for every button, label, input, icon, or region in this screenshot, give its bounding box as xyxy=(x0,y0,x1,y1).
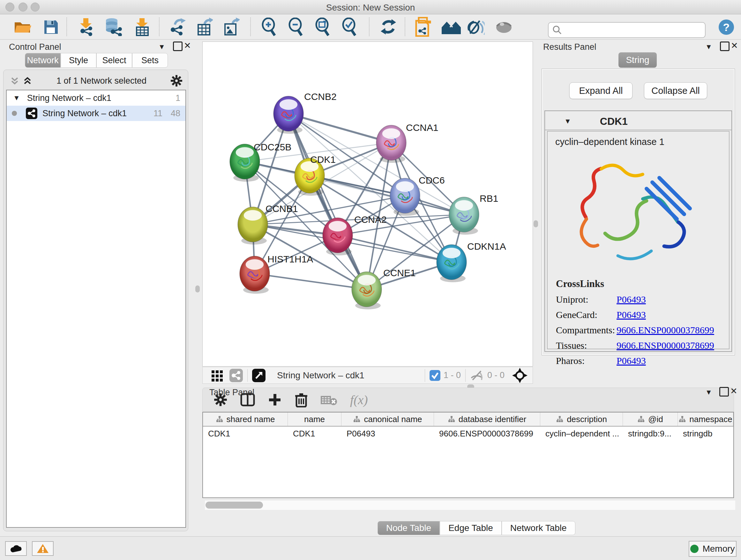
zoom-selected-icon[interactable] xyxy=(340,17,359,37)
collapse-all-button[interactable]: Collapse All xyxy=(644,82,707,99)
table-panel-title: Table Panel xyxy=(209,388,254,397)
eye-icon[interactable] xyxy=(494,17,514,37)
zoom-out-icon[interactable] xyxy=(286,17,306,37)
delete-column-icon[interactable] xyxy=(294,392,308,408)
tab-network[interactable]: Network xyxy=(25,53,61,68)
help-icon[interactable]: ? xyxy=(719,19,734,35)
table-cell[interactable]: CDK1 xyxy=(288,427,341,441)
network-view-toolbar: String Network – cdk1 1 - 0 0 - 0 xyxy=(202,367,533,384)
refresh-icon[interactable] xyxy=(379,17,398,37)
table-cell[interactable]: P06493 xyxy=(341,427,434,441)
column-header-name[interactable]: name xyxy=(288,413,341,426)
tab-sets[interactable]: Sets xyxy=(132,53,168,68)
expand-all-icon[interactable] xyxy=(22,75,33,86)
grid-view-icon[interactable] xyxy=(211,369,224,382)
tab-select[interactable]: Select xyxy=(96,53,132,68)
network-collection-row[interactable]: ▼ String Network – cdk1 1 xyxy=(7,90,185,106)
warning-button[interactable] xyxy=(32,541,54,556)
panel-maximize-icon[interactable] xyxy=(719,387,729,396)
crosslink-label: GeneCard: xyxy=(556,309,616,320)
gene-section-header[interactable]: ▼ CDK1 xyxy=(545,113,731,130)
export-image-icon[interactable] xyxy=(221,17,241,37)
import-table-icon[interactable] xyxy=(132,17,152,37)
table-cell[interactable]: cyclin–dependent ... xyxy=(540,427,623,441)
clone-network-icon[interactable] xyxy=(413,17,433,37)
edge-HIST1H1A-CCNE1[interactable] xyxy=(255,273,367,289)
gene-collapse-icon[interactable]: ▼ xyxy=(564,117,571,125)
table-cell[interactable]: 9606.ENSP00000378699 xyxy=(434,427,540,441)
node-label-CDC25B: CDC25B xyxy=(254,142,291,152)
panel-close-icon[interactable]: ✕ xyxy=(184,42,191,50)
zoom-in-icon[interactable] xyxy=(259,17,279,37)
tab-style[interactable]: Style xyxy=(61,53,96,68)
show-glasses-icon[interactable] xyxy=(466,17,486,37)
memory-button[interactable]: Memory xyxy=(689,541,737,557)
home-icon[interactable] xyxy=(441,17,461,37)
edge-CCNA2-CDKN1A[interactable] xyxy=(338,235,452,262)
gear-icon[interactable] xyxy=(170,74,183,87)
column-header-description[interactable]: description xyxy=(540,413,623,426)
collapse-all-icon[interactable] xyxy=(9,75,20,86)
memory-status-dot xyxy=(690,545,698,553)
table-cell[interactable]: CDK1 xyxy=(203,427,288,441)
panel-float-icon[interactable]: ▼ xyxy=(705,388,712,396)
shared-column-icon xyxy=(637,415,645,423)
network-row[interactable]: String Network – cdk1 11 48 xyxy=(7,106,185,121)
right-splitter-handle[interactable] xyxy=(534,220,538,227)
node-gloss xyxy=(246,259,264,270)
export-table-icon[interactable] xyxy=(195,17,214,37)
table-row[interactable]: CDK1CDK1P064939606.ENSP00000378699cyclin… xyxy=(203,427,733,441)
table-cell[interactable]: stringdb xyxy=(678,427,733,441)
gene-details: cyclin–dependent kinase 1 xyxy=(547,131,730,349)
tab-network-table[interactable]: Network Table xyxy=(502,521,576,535)
left-splitter-handle[interactable] xyxy=(195,286,200,293)
column-header-canonicalname[interactable]: canonical name xyxy=(341,413,434,426)
collection-expand-icon[interactable]: ▼ xyxy=(13,94,20,102)
cloud-button[interactable] xyxy=(5,541,27,556)
function-builder-icon[interactable]: f(x) xyxy=(350,392,368,408)
panel-maximize-icon[interactable] xyxy=(720,42,730,51)
panel-float-icon[interactable]: ▼ xyxy=(158,43,165,51)
crosslink-link[interactable]: 9606.ENSP00000378699 xyxy=(616,325,714,335)
tab-edge-table[interactable]: Edge Table xyxy=(440,521,502,535)
toolbar-separator xyxy=(247,369,248,382)
save-session-icon[interactable] xyxy=(41,17,61,37)
hidden-eye-icon[interactable] xyxy=(470,370,484,381)
detach-view-icon[interactable] xyxy=(252,369,266,382)
crosslink-link[interactable]: P06493 xyxy=(616,294,646,305)
network-canvas[interactable]: CCNB2CCNA1CDC25BCDK1CDC6RB1CCNB1CCNA2CDK… xyxy=(202,42,533,367)
column-header-namespace[interactable]: namespace xyxy=(678,413,733,426)
birds-eye-icon[interactable] xyxy=(512,368,528,383)
panel-float-icon[interactable]: ▼ xyxy=(705,43,712,51)
network-view-share-icon[interactable] xyxy=(229,369,243,382)
search-field[interactable] xyxy=(565,25,700,36)
scrollbar-thumb[interactable] xyxy=(205,502,263,509)
delete-table-icon[interactable] xyxy=(321,394,337,406)
expand-all-button[interactable]: Expand All xyxy=(569,82,632,99)
table-horizontal-scrollbar[interactable] xyxy=(205,500,735,510)
zoom-fit-icon[interactable] xyxy=(313,17,333,37)
node-gloss xyxy=(443,248,461,258)
import-network-icon[interactable] xyxy=(76,17,96,37)
crosslinks-heading: CrossLinks xyxy=(556,278,729,290)
export-network-icon[interactable] xyxy=(167,17,187,37)
search-input[interactable] xyxy=(548,22,705,38)
tab-string[interactable]: String xyxy=(618,52,657,68)
crosslink-link[interactable]: P06493 xyxy=(616,309,646,320)
toolbar-separator xyxy=(369,17,369,36)
panel-maximize-icon[interactable] xyxy=(173,42,183,51)
add-column-icon[interactable] xyxy=(268,393,282,407)
import-database-icon[interactable] xyxy=(104,17,123,37)
open-session-icon[interactable] xyxy=(13,17,32,37)
crosslink-link[interactable]: 9606.ENSP00000378699 xyxy=(616,340,714,351)
table-cell[interactable]: stringdb:9... xyxy=(623,427,678,441)
selected-checkbox-icon[interactable] xyxy=(429,370,441,381)
column-header-sharedname[interactable]: shared name xyxy=(203,413,288,426)
tab-node-table[interactable]: Node Table xyxy=(378,521,440,535)
panel-close-icon[interactable]: ✕ xyxy=(731,42,738,50)
column-header-databaseidentifier[interactable]: database identifier xyxy=(434,413,540,426)
panel-close-icon[interactable]: ✕ xyxy=(730,387,738,395)
crosslink-link[interactable]: P06493 xyxy=(616,355,646,366)
node-table[interactable]: shared namenamecanonical namedatabase id… xyxy=(202,412,734,498)
column-header-id[interactable]: @id xyxy=(623,413,678,426)
